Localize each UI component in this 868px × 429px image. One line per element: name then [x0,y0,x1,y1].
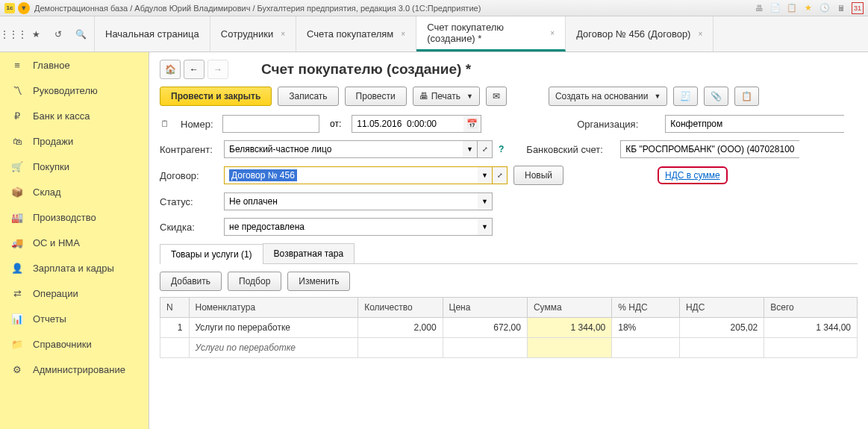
close-icon[interactable]: × [401,30,405,38]
back-button[interactable]: ← [184,60,204,79]
factory-icon: 🏭 [10,210,24,224]
sidebar-item-main[interactable]: ≡Главное [0,52,149,78]
discount-input[interactable] [224,218,478,236]
table-row[interactable]: 1 Услуги по переработке 2,000 672,00 1 3… [160,318,858,338]
calendar-icon[interactable]: 📅 [463,115,481,133]
create-based-button[interactable]: Создать на основании▼ [549,87,667,106]
tab-employees[interactable]: Сотрудники× [210,16,296,51]
sidebar-item-admin[interactable]: ⚙Администрирование [0,357,149,382]
status-input[interactable] [224,192,478,210]
app-logo-icon: 1c [4,3,15,13]
sidebar-item-sales[interactable]: 🛍Продажи [0,128,149,154]
truck-icon: 🚚 [10,236,24,249]
email-button[interactable]: ✉ [486,87,507,106]
dropdown-icon[interactable]: ▼ [478,218,493,236]
bank-input[interactable] [620,140,799,158]
favorite-icon[interactable]: ★ [27,25,45,43]
extra-button[interactable]: 📋 [734,87,759,106]
close-icon[interactable]: × [550,29,555,37]
save-button[interactable]: Записать [278,87,338,106]
calc-icon[interactable]: 🖩 [835,2,847,14]
new-contract-button[interactable]: Новый [513,166,563,185]
sidebar-item-bank[interactable]: ₽Банк и касса [0,103,149,128]
dropdown-icon[interactable]: ▼ [478,192,493,210]
col-vatrate[interactable]: % НДС [612,298,680,318]
print-icon[interactable]: 🖶 [753,2,765,14]
star-icon[interactable]: ★ [802,2,814,14]
home-button[interactable]: 🏠 [160,60,181,79]
sidebar-item-warehouse[interactable]: 📦Склад [0,179,149,204]
table-row-sub[interactable]: Услуги по переработке [160,338,858,358]
cart-icon: 🛒 [10,160,24,173]
number-label: Номер: [181,119,216,130]
date-input[interactable] [352,115,463,133]
col-qty[interactable]: Количество [358,298,443,318]
subtabs: Товары и услуги (1) Возвратная тара [160,243,858,264]
hist-icon[interactable]: 🕓 [819,2,831,14]
folder-icon: 📁 [10,337,24,351]
titlebar: 1c ▾ Демонстрационная база / Абдулов Юри… [0,0,868,16]
sidebar-item-reports[interactable]: 📊Отчеты [0,306,149,331]
sidebar-item-refs[interactable]: 📁Справочники [0,331,149,357]
apps-icon[interactable]: ⋮⋮⋮ [4,25,22,43]
attach-button[interactable]: 📎 [704,87,728,106]
structure-button[interactable]: 🧾 [673,87,698,106]
doc-icon[interactable]: 📄 [769,2,781,14]
ruble-icon: ₽ [10,109,24,122]
search-icon[interactable]: 🔍 [72,25,90,43]
forward-button[interactable]: → [207,60,228,79]
history-icon[interactable]: ↺ [49,25,67,43]
pick-button[interactable]: Подбор [228,272,281,291]
help-icon[interactable]: ? [499,144,504,154]
close-icon[interactable]: × [281,30,285,38]
col-vat[interactable]: НДС [679,298,764,318]
dropdown-icon[interactable]: ▼ [463,140,478,158]
person-icon: 👤 [10,261,24,275]
edit-row-button[interactable]: Изменить [287,272,350,291]
col-sum[interactable]: Сумма [527,298,611,318]
open-icon[interactable]: ⤢ [493,166,508,184]
close-icon[interactable]: × [698,30,702,38]
dropdown-icon[interactable]: ▼ [478,166,493,184]
col-price[interactable]: Цена [443,298,527,318]
nav-dropdown-icon[interactable]: ▾ [18,2,30,14]
box-icon: 📦 [10,185,24,198]
top-toolbar: ⋮⋮⋮ ★ ↺ 🔍 Начальная страница Сотрудники×… [0,16,868,52]
tab-home[interactable]: Начальная страница [95,16,210,51]
tabs: Начальная страница Сотрудники× Счета пок… [95,16,714,51]
tab-invoices[interactable]: Счета покупателям× [296,16,416,51]
titlebar-text: Демонстрационная база / Абдулов Юрий Вла… [34,4,481,13]
bars-icon: 📊 [10,312,24,325]
add-row-button[interactable]: Добавить [160,272,222,291]
sidebar-item-assets[interactable]: 🚚ОС и НМА [0,230,149,255]
col-name[interactable]: Номенклатура [189,298,358,318]
open-icon[interactable]: ⤢ [478,140,493,158]
number-input[interactable] [222,115,319,133]
print-button[interactable]: 🖶 Печать▼ [413,87,480,106]
subtab-goods[interactable]: Товары и услуги (1) [160,244,263,264]
subtab-returnable[interactable]: Возвратная тара [263,243,355,263]
submit-close-button[interactable]: Провести и закрыть [160,87,272,106]
contract-input[interactable]: Договор № 456 [224,166,478,184]
sidebar-item-operations[interactable]: ⇄Операции [0,281,149,306]
sidebar-item-hr[interactable]: 👤Зарплата и кадры [0,255,149,281]
tab-contract[interactable]: Договор № 456 (Договор)× [566,16,714,51]
chart-icon: 〽 [10,84,24,97]
sidebar-item-purchases[interactable]: 🛒Покупки [0,154,149,179]
copy-icon[interactable]: 📋 [786,2,798,14]
col-n[interactable]: N [160,298,190,318]
counterparty-input[interactable] [224,140,463,158]
submit-button[interactable]: Провести [345,87,407,106]
bag-icon: 🛍 [10,134,24,148]
org-label: Организация: [577,119,659,130]
cal31-icon[interactable]: 31 [852,2,864,14]
gear-icon: ⚙ [10,363,24,376]
sidebar-item-production[interactable]: 🏭Производство [0,204,149,230]
col-total[interactable]: Всего [764,298,858,318]
contract-label: Договор: [160,170,218,181]
tab-invoice-create[interactable]: Счет покупателю (создание) *× [416,16,566,51]
org-input[interactable] [665,115,844,133]
from-label: от: [330,119,341,129]
vat-link[interactable]: НДС в сумме [658,166,728,184]
sidebar-item-manager[interactable]: 〽Руководителю [0,78,149,103]
